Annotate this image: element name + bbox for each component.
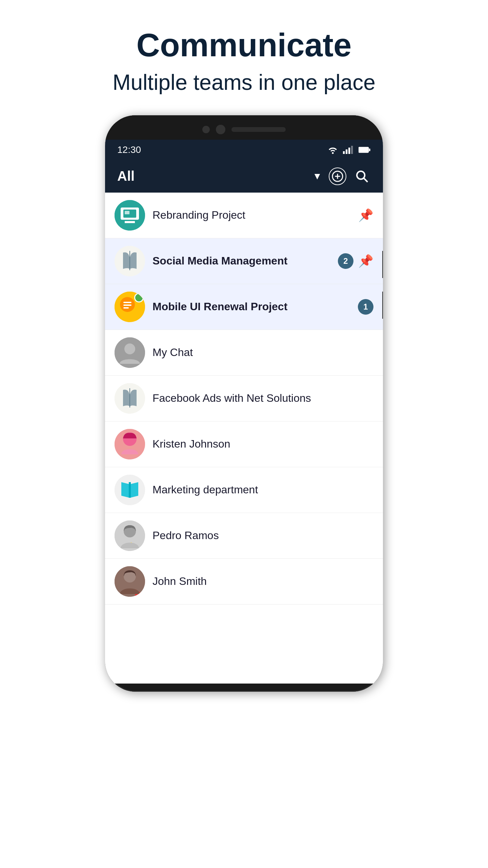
avatar <box>115 200 145 231</box>
pin-icon: 📌 <box>358 208 373 222</box>
chat-name-container: Marketing department <box>152 484 366 496</box>
chat-name-container: Rebranding Project <box>152 209 351 221</box>
svg-rect-1 <box>343 151 345 154</box>
svg-rect-2 <box>346 149 347 154</box>
chat-name: John Smith <box>152 575 366 588</box>
svg-rect-21 <box>123 302 131 303</box>
avatar <box>115 566 145 597</box>
pin-icon: 📌 <box>358 254 373 268</box>
chat-name: Social Media Management <box>152 255 330 267</box>
chat-item[interactable]: Rebranding Project 📌 <box>105 193 383 238</box>
chat-name-container: Kristen Johnson <box>152 438 366 450</box>
app-bar: All ▼ <box>105 160 383 193</box>
chat-name: Marketing department <box>152 484 366 496</box>
chat-name: Mobile UI Renewal Project <box>152 300 350 313</box>
chat-name: Pedro Ramos <box>152 529 366 542</box>
chat-item[interactable]: Pedro Ramos <box>105 513 383 559</box>
svg-point-10 <box>357 171 365 179</box>
avatar <box>115 337 145 368</box>
svg-rect-4 <box>351 146 353 154</box>
avatar <box>115 520 145 551</box>
front-camera <box>202 126 210 133</box>
chat-name-container: Pedro Ramos <box>152 529 366 542</box>
svg-rect-31 <box>129 482 131 498</box>
avatar <box>115 475 145 505</box>
svg-point-0 <box>332 152 333 154</box>
chat-item[interactable]: Marketing department <box>105 467 383 513</box>
time-display: 12:30 <box>117 144 141 155</box>
chat-item[interactable]: Facebook Ads with Net Solutions <box>105 376 383 421</box>
chat-name-container: John Smith <box>152 575 366 588</box>
avatar <box>115 429 145 459</box>
volume-up-button <box>382 251 383 278</box>
add-circle-icon <box>331 170 344 182</box>
svg-rect-5 <box>359 147 369 152</box>
svg-rect-3 <box>348 147 350 154</box>
phone-screen: 12:30 <box>105 140 383 684</box>
chat-meta: 2 📌 <box>338 253 373 269</box>
svg-rect-22 <box>123 304 131 306</box>
chat-name-container: Mobile UI Renewal Project <box>152 300 350 313</box>
status-bar: 12:30 <box>105 140 383 160</box>
avatar <box>115 383 145 414</box>
avatar <box>115 292 145 322</box>
svg-rect-16 <box>125 211 129 214</box>
unread-badge: 2 <box>338 253 353 269</box>
filter-label: All <box>117 169 306 184</box>
dropdown-arrow-icon[interactable]: ▼ <box>312 171 322 182</box>
svg-line-11 <box>364 178 368 182</box>
phone-mockup: 12:30 <box>105 115 383 692</box>
chat-list: Rebranding Project 📌 <box>105 193 383 684</box>
main-subtitle: Multiple teams in one place <box>113 70 375 95</box>
camera-dot-2 <box>216 125 225 134</box>
compose-button[interactable] <box>329 167 346 185</box>
phone-frame: 12:30 <box>105 115 383 692</box>
chat-name-container: My Chat <box>152 346 366 359</box>
search-icon <box>355 170 369 183</box>
speaker-bar <box>231 127 286 132</box>
chat-name-container: Social Media Management <box>152 255 330 267</box>
chat-name: My Chat <box>152 346 366 359</box>
unread-badge: 1 <box>358 299 373 315</box>
main-title: Communicate <box>113 27 375 63</box>
svg-point-25 <box>124 343 135 354</box>
chat-item[interactable]: Kristen Johnson <box>105 421 383 467</box>
chat-name: Rebranding Project <box>152 209 351 221</box>
svg-rect-23 <box>123 307 129 309</box>
chat-item[interactable]: Mobile UI Renewal Project 1 <box>105 284 383 330</box>
battery-icon <box>359 146 371 154</box>
page-header: Communicate Multiple teams in one place <box>113 27 375 95</box>
volume-down-button <box>382 292 383 319</box>
chat-name-container: Facebook Ads with Net Solutions <box>152 392 366 405</box>
chat-name: Facebook Ads with Net Solutions <box>152 392 366 405</box>
chat-item[interactable]: Social Media Management 2 📌 <box>105 238 383 284</box>
chat-item[interactable]: My Chat <box>105 330 383 376</box>
signal-icon <box>343 146 354 154</box>
avatar <box>115 246 145 276</box>
svg-rect-14 <box>125 221 135 223</box>
chat-meta: 📌 <box>358 208 373 222</box>
wifi-icon <box>327 145 338 154</box>
phone-hardware-top <box>105 115 383 140</box>
chat-item[interactable]: John Smith <box>105 559 383 605</box>
status-icons <box>327 145 371 154</box>
search-button[interactable] <box>353 167 371 185</box>
chat-name: Kristen Johnson <box>152 438 366 450</box>
chat-meta: 1 <box>358 299 373 315</box>
svg-rect-6 <box>369 149 370 151</box>
